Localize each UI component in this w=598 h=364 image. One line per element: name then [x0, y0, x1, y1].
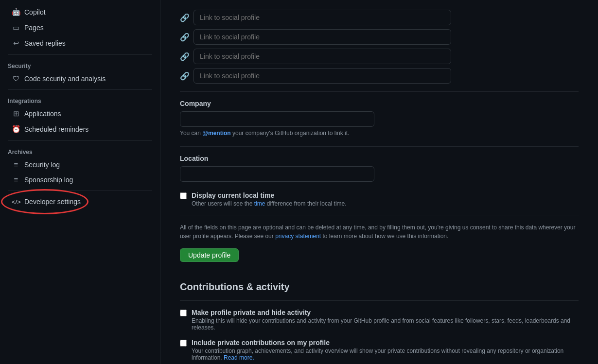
section-divider-3: [180, 215, 579, 215]
divider: [8, 54, 152, 55]
hint-suffix: your company's GitHub organization to li…: [231, 130, 350, 137]
social-link-row-3: 🔗: [180, 49, 579, 64]
social-input-4[interactable]: [193, 68, 451, 84]
social-link-row-2: 🔗: [180, 29, 579, 45]
update-profile-button[interactable]: Update profile: [180, 248, 239, 262]
location-section: Location: [180, 155, 579, 182]
sidebar-item-label: Saved replies: [24, 39, 66, 47]
sidebar-item-label: Applications: [24, 110, 61, 118]
mention-text: @mention: [202, 130, 230, 137]
pages-icon: ▭: [12, 23, 20, 32]
hint-prefix: You can: [180, 130, 202, 137]
social-input-2[interactable]: [193, 29, 451, 45]
display-time-checkbox[interactable]: [180, 192, 187, 199]
sidebar-item-label: Developer settings: [24, 198, 81, 206]
sidebar: 🤖 Copilot ▭ Pages ↩ Saved replies Securi…: [0, 0, 160, 364]
make-private-desc: Enabling this will hide your contributio…: [192, 317, 579, 331]
company-input[interactable]: [180, 111, 374, 127]
contributions-section: Contributions & activity Make profile pr…: [180, 281, 579, 364]
display-time-row: Display current local time Other users w…: [180, 191, 579, 207]
display-time-content: Display current local time Other users w…: [192, 191, 347, 207]
sidebar-item-label: Copilot: [24, 8, 46, 16]
contributions-divider: [180, 300, 579, 301]
shield-icon: 🛡: [12, 74, 20, 83]
time-desc-prefix: Other users will see the: [192, 200, 254, 207]
contributions-title: Contributions & activity: [180, 281, 579, 293]
make-private-checkbox[interactable]: [180, 310, 187, 316]
time-link[interactable]: time: [254, 200, 265, 207]
notice-suffix: to learn more about how we use this info…: [321, 233, 448, 240]
sidebar-item-saved-replies[interactable]: ↩ Saved replies: [8, 36, 152, 51]
make-private-row: Make profile private and hide activity E…: [180, 309, 579, 331]
security-section-label: Security: [8, 59, 152, 71]
section-divider-2: [180, 146, 579, 147]
link-icon-4: 🔗: [180, 71, 190, 81]
location-input[interactable]: [180, 166, 374, 182]
divider: [8, 89, 152, 90]
divider: [8, 191, 152, 191]
social-link-row-1: 🔗: [180, 10, 579, 25]
sidebar-item-scheduled-reminders[interactable]: ⏰ Scheduled reminders: [8, 122, 152, 137]
sidebar-item-developer-settings[interactable]: </> Developer settings: [8, 195, 152, 208]
privacy-link[interactable]: privacy statement: [275, 233, 321, 240]
social-links-section: 🔗 🔗 🔗 🔗: [180, 10, 579, 84]
include-private-desc: Your contribution graph, achievements, a…: [192, 347, 579, 361]
link-icon-2: 🔗: [180, 33, 190, 42]
code-icon: </>: [12, 198, 20, 206]
display-time-label[interactable]: Display current local time: [192, 191, 274, 199]
social-input-1[interactable]: [193, 10, 451, 25]
sidebar-item-pages[interactable]: ▭ Pages: [8, 20, 152, 35]
make-private-content: Make profile private and hide activity E…: [192, 309, 579, 331]
divider: [8, 140, 152, 141]
include-private-content: Include private contributions on my prof…: [192, 339, 579, 361]
sidebar-item-code-security[interactable]: 🛡 Code security and analysis: [8, 71, 152, 86]
location-label: Location: [180, 155, 579, 162]
sidebar-item-copilot[interactable]: 🤖 Copilot: [8, 5, 152, 19]
archives-section-label: Archives: [8, 145, 152, 157]
link-icon-1: 🔗: [180, 13, 190, 22]
main-content: 🔗 🔗 🔗 🔗 Company You can @mention your co…: [160, 0, 598, 364]
time-desc-suffix: difference from their local time.: [265, 200, 346, 207]
sidebar-item-security-log[interactable]: ≡ Security log: [8, 157, 152, 172]
notice-text: All of the fields on this page are optio…: [180, 223, 579, 241]
make-private-label[interactable]: Make profile private and hide activity: [192, 309, 311, 316]
sidebar-item-label: Security log: [24, 161, 60, 169]
saved-replies-icon: ↩: [12, 39, 20, 48]
sidebar-item-label: Code security and analysis: [24, 75, 106, 83]
log-icon: ≡: [12, 160, 20, 169]
sidebar-item-label: Pages: [24, 24, 44, 32]
include-private-checkbox[interactable]: [180, 340, 187, 347]
integrations-section-label: Integrations: [8, 94, 152, 106]
sidebar-item-sponsorship-log[interactable]: ≡ Sponsorship log: [8, 173, 152, 187]
copilot-icon: 🤖: [12, 8, 20, 17]
social-input-3[interactable]: [193, 49, 451, 64]
social-link-row-4: 🔗: [180, 68, 579, 84]
sidebar-item-label: Sponsorship log: [24, 176, 73, 184]
company-label: Company: [180, 100, 579, 107]
link-icon-3: 🔗: [180, 52, 190, 61]
include-private-label[interactable]: Include private contributions on my prof…: [192, 339, 330, 347]
company-section: Company You can @mention your company's …: [180, 100, 579, 137]
read-more-link[interactable]: Read more.: [224, 354, 254, 361]
applications-icon: ⊞: [12, 109, 20, 118]
display-time-desc: Other users will see the time difference…: [192, 200, 347, 207]
include-private-row: Include private contributions on my prof…: [180, 339, 579, 361]
sponsorship-log-icon: ≡: [12, 175, 20, 184]
company-hint: You can @mention your company's GitHub o…: [180, 130, 579, 137]
section-divider: [180, 91, 579, 92]
sidebar-item-applications[interactable]: ⊞ Applications: [8, 106, 152, 121]
clock-icon: ⏰: [12, 125, 20, 134]
sidebar-item-label: Scheduled reminders: [24, 125, 88, 133]
